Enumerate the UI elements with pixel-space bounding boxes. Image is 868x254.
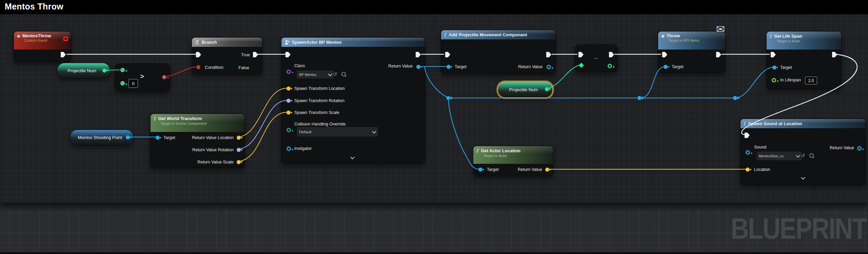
spawnactor-node[interactable]: SpawnActor BP Mentos Class BP Mentos ↺ S… [281,37,425,163]
condition-pin[interactable] [196,65,200,69]
return-value-pin[interactable] [547,65,551,69]
branch-node[interactable]: Branch True Condition False [192,37,262,74]
sound-dropdown[interactable]: MentosShot_cu [756,151,802,161]
graph-panel[interactable] [0,14,868,203]
gwt-header: ƒ Get World Transform Target is Scene Co… [151,114,244,132]
exec-out-pin[interactable] [716,52,721,57]
function-icon: ƒ [744,121,746,126]
exec-true-pin[interactable] [253,52,258,57]
spawn-location-pin[interactable] [287,86,291,91]
exec-in-pin[interactable] [745,133,750,138]
exec-in-pin[interactable] [285,52,291,57]
throw-header: ◈ Throw Target is BPI Items [658,32,725,50]
return-value-pin[interactable] [545,168,549,172]
event-diamond-icon: ◈ [661,33,665,38]
int-in-pin-b[interactable] [120,81,125,85]
delegate-pin[interactable] [63,37,68,41]
int-out-pin[interactable] [102,69,106,73]
node-title: MentosThrow [22,33,51,38]
target-pin[interactable] [447,65,451,69]
greater-node[interactable]: 0 > [115,63,170,91]
return-value-pin[interactable] [416,65,420,69]
target-label: Target [163,135,175,140]
spawn-sound-node[interactable]: ƒ Spawn Sound at Location Sound MentosSh… [740,119,866,185]
variable-label: Projectile Num [57,68,110,73]
target-label: Target [455,64,467,69]
return-value-label: Return Value [830,145,854,150]
add-projectile-movement-node[interactable]: ƒ Add Projectile Movement Component Targ… [441,30,556,74]
browse-back-icon[interactable]: ↺ [801,153,805,158]
get-world-transform-node[interactable]: ƒ Get World Transform Target is Scene Co… [150,114,245,168]
search-icon[interactable] [809,153,814,158]
exec-in-pin[interactable] [196,52,201,57]
node-title: Get World Transform [158,116,202,121]
exec-in-pin[interactable] [771,52,776,57]
target-pin[interactable] [478,168,482,172]
lifespan-value-field[interactable]: 2.0 [805,77,817,84]
node-title: Throw [667,33,680,38]
exec-in-pin[interactable] [445,52,450,57]
variable-mentos-shooting-point[interactable]: Mentos Shooting Point [70,130,134,145]
spawn-rotation-pin[interactable] [287,99,291,103]
rv-scale-pin[interactable] [237,160,241,164]
return-value-label: Return Value [388,64,413,69]
spawn-sound-header: ƒ Spawn Sound at Location [741,119,866,128]
class-pin[interactable] [287,70,291,74]
instigator-pin[interactable] [287,146,291,151]
collision-label: Collision Handling Override [294,122,346,126]
exec-out-pin[interactable] [416,52,421,57]
apmc-header: ƒ Add Projectile Movement Component [441,30,555,39]
node-title: Spawn Sound at Location [748,121,802,126]
target-pin[interactable] [664,65,668,69]
true-pin-label: True [241,52,250,57]
node-title: SpawnActor BP Mentos [292,40,341,45]
exec-in-pin[interactable] [662,52,667,57]
greater-operator: > [140,72,144,80]
int-ref-in-pin[interactable] [579,63,584,68]
exec-out-pin[interactable] [546,52,551,57]
search-icon[interactable] [341,72,346,76]
int-out-pin[interactable] [608,64,612,68]
background-graph-panel[interactable]: BLUEPRINT [0,203,868,253]
collision-pin[interactable] [287,128,291,132]
spawn-scale-pin[interactable] [287,111,291,115]
int-out-pin[interactable] [545,87,549,91]
class-label: Class [294,63,305,68]
location-pin[interactable] [746,168,750,172]
node-subtitle: Target is Actor [483,154,550,158]
int-in-pin-a[interactable] [120,68,125,72]
collision-dropdown[interactable]: Default [296,127,378,137]
exec-out-pin[interactable] [61,52,66,57]
get-actor-location-node[interactable]: ƒ Get Actor Location Target is Actor Tar… [473,146,553,176]
object-out-pin[interactable] [126,135,130,139]
bottom-edge [0,252,868,254]
event-node-mentosthrow[interactable]: ◈ MentosThrow Custom Event [14,31,71,62]
throw-node[interactable]: ◈ Throw Target is BPI Items Target [658,31,726,73]
bool-out-pin[interactable] [162,75,166,79]
default-value-field[interactable]: 0 [129,79,138,88]
location-label: Location [754,167,770,172]
rv-location-pin[interactable] [237,136,241,140]
decrement-symbol: -- [575,56,617,61]
variable-projectile-num-selected[interactable]: Projectile Num [497,81,553,98]
lifespan-pin[interactable] [772,78,776,82]
set-life-span-node[interactable]: ƒ Set Life Span Target is Actor Target I… [766,31,842,89]
expand-node-icon[interactable] [350,155,355,159]
browse-back-icon[interactable]: ↺ [333,72,337,77]
class-dropdown[interactable]: BP Mentos [296,70,334,79]
exec-out-pin[interactable] [832,52,837,57]
return-value-pin[interactable] [857,146,862,151]
rv-rotation-pin[interactable] [237,148,241,152]
spawnactor-header: SpawnActor BP Mentos [281,38,425,47]
function-icon: ƒ [476,148,479,154]
condition-label: Condition [205,65,223,70]
variable-projectile-num[interactable]: Projectile Num [57,63,110,79]
sound-pin[interactable] [746,150,750,155]
target-pin[interactable] [772,65,776,70]
target-pin[interactable] [156,136,160,140]
title-bar: Mentos Throw [0,0,868,14]
function-icon: ƒ [770,33,772,39]
decrement-node[interactable]: -- [575,44,618,72]
expand-node-icon[interactable] [801,175,805,180]
page-title: Mentos Throw [5,2,63,12]
